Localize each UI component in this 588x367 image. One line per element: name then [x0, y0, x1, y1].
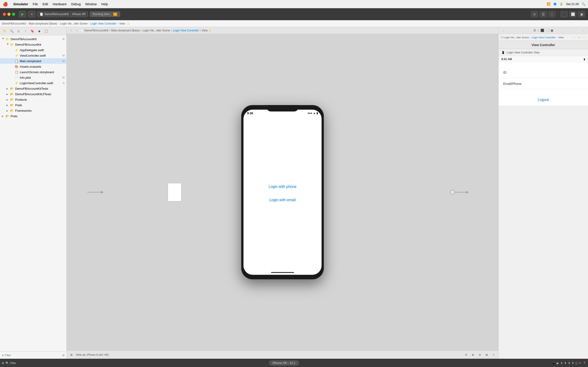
tree-item-infoplist[interactable]: 📄 Info.plist M	[0, 75, 66, 80]
insp-toolbar-icon2[interactable]: ↕	[537, 29, 539, 32]
app-name[interactable]: Simulator	[13, 2, 28, 6]
canvas-forward-btn[interactable]: ›	[74, 28, 79, 33]
step-into-btn[interactable]: ⬇	[568, 361, 570, 365]
insp-toolbar-icon5[interactable]: ▣	[551, 29, 553, 32]
clock: Sat 21:26	[566, 2, 579, 6]
insp-toolbar-icon4[interactable]: ⬜	[545, 29, 549, 32]
scheme-selector[interactable]: 📄 DemoFBAccountKit › iPhone XR	[37, 11, 88, 17]
menu-debug[interactable]: Debug	[71, 2, 81, 6]
tree-item-pods-sub[interactable]: ▶ 📂 Pods	[0, 102, 66, 108]
filter-btn[interactable]: 🔍 Filter	[6, 361, 16, 365]
insp-bc-forward[interactable]: ›	[582, 35, 586, 40]
step-over-btn[interactable]: ⬆	[564, 361, 567, 365]
sidebar-git-icon[interactable]: ↑	[23, 28, 28, 34]
initial-scene-box[interactable]	[168, 183, 182, 201]
insp-toolbar-icon3[interactable]: ⬛	[540, 29, 544, 32]
canvas-bc-5[interactable]: View	[202, 29, 208, 32]
sidebar-bookmark-icon[interactable]: 🔖	[29, 28, 35, 34]
play-bottom-btn[interactable]: ▶	[557, 361, 559, 365]
inspector-forward-btn[interactable]: ›	[581, 28, 585, 33]
menu-edit[interactable]: Edit	[43, 2, 48, 6]
zoom-fit-btn[interactable]: ↺	[463, 352, 469, 358]
sidebar-report-icon[interactable]: 📋	[43, 28, 49, 34]
breadcrumb-part-3[interactable]: Login Vie...oller Scene	[60, 22, 87, 25]
logout-button[interactable]: Logout	[538, 98, 549, 102]
search-icon[interactable]: 🔍	[582, 2, 585, 6]
simulate-btn[interactable]: ◻	[575, 361, 578, 365]
minimize-window-btn[interactable]	[7, 13, 10, 16]
canvas-grid-btn[interactable]: ⊞	[484, 352, 490, 358]
tree-item-frameworks[interactable]: ▶ 📂 Frameworks	[0, 108, 66, 113]
tree-item-mainstoryboard[interactable]: 📋 Main.storyboard M	[0, 58, 66, 64]
canvas-bc-2[interactable]: Main.storyboard (Base)	[111, 29, 140, 32]
scissors-btn[interactable]: ✂	[579, 361, 581, 365]
tree-item-loginvc[interactable]: ⚡ LoginViewController.swift A	[0, 80, 66, 86]
maximize-window-btn[interactable]	[12, 13, 15, 16]
breadcrumb-part-1[interactable]: DemoFBAccountKit	[2, 22, 26, 25]
login-phone-button[interactable]: Login with phone	[269, 185, 296, 189]
filter-options-icon[interactable]: ⊞	[62, 354, 65, 357]
tree-item-assets[interactable]: 🎨 Assets.xcassets	[0, 64, 66, 69]
filter-label: Filter	[10, 361, 16, 365]
sidebar-warning-icon[interactable]: ⚠	[16, 28, 22, 34]
view-as-toggle-btn[interactable]: ⊞	[69, 352, 74, 358]
canvas-bc-1[interactable]: 📄DemoFBAccountKit	[80, 29, 108, 32]
breadcrumb-part-4[interactable]: Login View Controller	[90, 22, 116, 25]
filter-input[interactable]	[5, 354, 61, 357]
tree-item-pods-root[interactable]: ▶ 📂 Pods	[0, 113, 66, 119]
storyboard-label: Main.storyboard	[20, 59, 41, 63]
insp-toolbar-icon1[interactable]: ☰	[533, 29, 536, 32]
step-out-btn[interactable]: ⬆	[572, 361, 574, 365]
sidebar-folder-icon[interactable]: 📁	[2, 28, 8, 34]
menu-help[interactable]: Help	[101, 2, 108, 6]
insp-bc-back[interactable]: ‹	[572, 35, 576, 40]
close-window-btn[interactable]	[3, 13, 6, 16]
activity-viewer-btn[interactable]: ⊙	[531, 11, 538, 17]
run-button[interactable]: ▶	[19, 11, 26, 17]
inspector-back-btn[interactable]: ‹	[502, 28, 506, 33]
sidebar-search-icon[interactable]: 🔍	[9, 28, 15, 34]
menu-file[interactable]: File	[33, 2, 38, 6]
tree-item-tests[interactable]: ▶ 📂 DemoFBAccountKitTests	[0, 86, 66, 91]
inspector-toggle-btn[interactable]: ▣	[578, 11, 585, 17]
login-email-button[interactable]: Login with email	[269, 198, 296, 202]
tree-item-subfolder[interactable]: ▶ 📁 DemoFBAccountKit	[0, 42, 66, 47]
canvas-bc-3[interactable]: Login Vie...oller Scene	[142, 29, 170, 32]
tree-item-uitests[interactable]: ▶ 📂 DemoFBAccountKitUITests	[0, 91, 66, 97]
breadcrumb-part-2[interactable]: Main.storyboard (Base)	[29, 22, 57, 25]
add-file-icon[interactable]: +	[2, 353, 4, 357]
vc-preview-header: 📱 Login View Controller View	[499, 49, 588, 56]
segue-circle[interactable]	[450, 190, 455, 194]
tree-item-appdelegate[interactable]: ⚡ AppDelegate.swift	[0, 47, 66, 53]
canvas-bc-4[interactable]: Login View Controller	[173, 29, 199, 32]
canvas-back-btn[interactable]: ‹	[69, 28, 73, 33]
inspector-icon-btn[interactable]: 📱	[552, 361, 555, 365]
plist-label: Info.plist	[20, 76, 31, 79]
zoom-in-btn[interactable]: ⊕	[470, 352, 476, 358]
tree-item-root[interactable]: ▶ 📁 DemoFBAccountKit M	[0, 36, 66, 42]
standard-editor-btn[interactable]: ☰	[540, 11, 547, 17]
sidebar-breakpoint-icon[interactable]: ◆	[36, 28, 42, 34]
insp-bc-part2[interactable]: Login View Controller	[532, 36, 556, 39]
assistant-editor-btn[interactable]: ↕	[548, 11, 556, 17]
zoom-out-btn[interactable]: ⊖	[477, 352, 483, 358]
navigator-toggle-btn[interactable]: ⬛	[561, 11, 568, 17]
insp-bc-part3[interactable]: View	[558, 36, 564, 39]
apple-menu[interactable]: 🍎	[3, 2, 8, 7]
menu-window[interactable]: Window	[85, 2, 97, 6]
location-btn[interactable]: 📍	[583, 361, 586, 365]
pause-bottom-btn[interactable]: ⏸	[560, 361, 563, 365]
canvas-add-btn[interactable]: +	[491, 352, 497, 358]
console-toggle-btn[interactable]: ⊞	[2, 361, 4, 365]
canvas-bc-sep-1: ›	[109, 29, 110, 32]
debug-toggle-btn[interactable]: ⬜	[569, 11, 577, 17]
menu-hardware[interactable]: Hardware	[52, 2, 67, 6]
tree-item-viewcontroller[interactable]: ⚡ ViewController.swift M	[0, 53, 66, 58]
stop-button[interactable]: ■	[28, 11, 35, 17]
inspector-breadcrumb: 📋Login Vie...oller Scene › Login View Co…	[499, 34, 588, 41]
breadcrumb-part-5[interactable]: View	[119, 22, 125, 25]
insp-bc-part1[interactable]: 📋Login Vie...oller Scene	[501, 36, 529, 39]
tree-item-launchscreen[interactable]: 📋 LaunchScreen.storyboard	[0, 69, 66, 75]
root-folder-icon: 📁	[6, 37, 9, 41]
tree-item-products[interactable]: ▶ 📂 Products	[0, 97, 66, 102]
